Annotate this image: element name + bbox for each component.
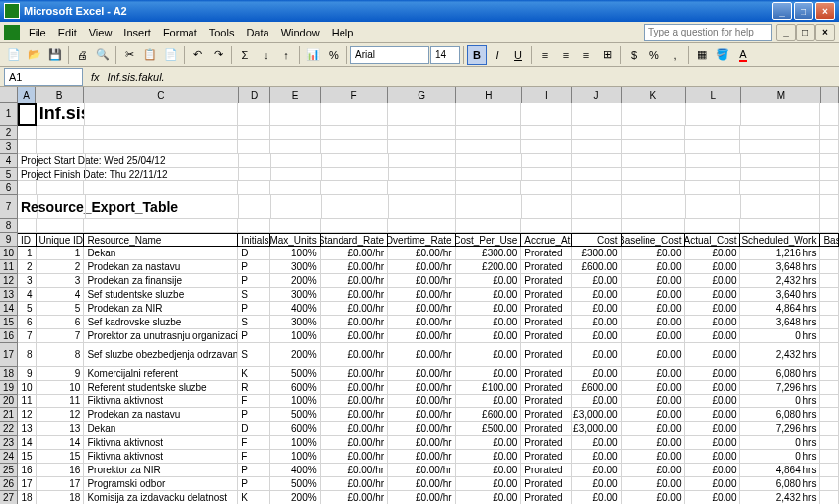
- td-max[interactable]: 400%: [270, 464, 321, 477]
- td-std[interactable]: £0.00/hr: [321, 316, 388, 329]
- cell[interactable]: [84, 181, 238, 195]
- td-id[interactable]: 16: [18, 464, 37, 477]
- cell[interactable]: [321, 181, 388, 195]
- cell[interactable]: [820, 126, 839, 140]
- td-base[interactable]: £0.00: [622, 274, 686, 288]
- td-ini[interactable]: P: [238, 464, 270, 477]
- cell[interactable]: [521, 103, 572, 126]
- align-center-icon[interactable]: ≡: [556, 45, 575, 65]
- td-cpu[interactable]: £300.00: [456, 247, 522, 260]
- td-cost[interactable]: £300.00: [572, 247, 622, 260]
- td-act[interactable]: £0.00: [685, 343, 740, 367]
- td-name[interactable]: Fiktivna aktivnost: [84, 450, 238, 464]
- td-act[interactable]: £0.00: [685, 381, 740, 395]
- td-ini[interactable]: D: [238, 422, 270, 436]
- row-header[interactable]: 3: [0, 140, 18, 154]
- cell[interactable]: [685, 219, 740, 233]
- menu-file[interactable]: File: [23, 25, 52, 40]
- cell[interactable]: [685, 181, 740, 195]
- cell[interactable]: [622, 181, 686, 195]
- td-uid[interactable]: 3: [37, 274, 85, 288]
- td-ot[interactable]: £0.00/hr: [388, 450, 455, 464]
- align-right-icon[interactable]: ≡: [576, 45, 596, 65]
- comma-icon[interactable]: ,: [665, 45, 685, 65]
- cell[interactable]: [86, 195, 239, 219]
- td-base[interactable]: £0.00: [622, 381, 686, 395]
- td-sched[interactable]: 0 hrs: [740, 395, 820, 408]
- td-max[interactable]: 300%: [270, 288, 321, 302]
- cell[interactable]: [820, 491, 839, 504]
- td-act[interactable]: £0.00: [685, 302, 740, 316]
- paste-icon[interactable]: 📄: [161, 45, 181, 65]
- td-cpu[interactable]: £0.00: [456, 477, 522, 491]
- td-cpu[interactable]: £0.00: [456, 450, 522, 464]
- td-act[interactable]: £0.00: [685, 395, 740, 408]
- start-date[interactable]: Project Start Date: Wed 25/04/12: [18, 154, 38, 168]
- menu-help[interactable]: Help: [326, 25, 360, 40]
- td-ot[interactable]: £0.00/hr: [388, 464, 455, 477]
- td-id[interactable]: 8: [18, 343, 37, 367]
- td-max[interactable]: 300%: [270, 260, 321, 274]
- td-id[interactable]: 2: [18, 260, 37, 274]
- maximize-button[interactable]: □: [794, 2, 813, 20]
- td-std[interactable]: £0.00/hr: [321, 491, 388, 504]
- col-header-M[interactable]: M: [741, 87, 821, 103]
- td-cost[interactable]: £0.00: [572, 491, 622, 504]
- td-act[interactable]: £0.00: [685, 288, 740, 302]
- td-sched[interactable]: 6,080 hrs: [740, 477, 820, 491]
- td-name[interactable]: Prorektor za unutrasnju organizaciju: [84, 329, 238, 343]
- cell[interactable]: [239, 168, 271, 181]
- td-name[interactable]: Prodekan za nastavu: [84, 408, 238, 422]
- td-act[interactable]: £0.00: [685, 477, 740, 491]
- cell[interactable]: [37, 219, 85, 233]
- cell[interactable]: [239, 195, 271, 219]
- td-max[interactable]: 100%: [270, 329, 321, 343]
- td-uid[interactable]: 16: [37, 464, 85, 477]
- row-header[interactable]: 22: [0, 422, 18, 436]
- td-max[interactable]: 500%: [270, 367, 321, 381]
- close-button[interactable]: ×: [815, 2, 835, 20]
- td-acc[interactable]: Prorated: [521, 274, 572, 288]
- td-sched[interactable]: 4,864 hrs: [740, 302, 820, 316]
- chart-icon[interactable]: 📊: [303, 45, 323, 65]
- cell[interactable]: [322, 168, 389, 181]
- sort-asc-icon[interactable]: ↓: [256, 45, 275, 65]
- th-act[interactable]: Actual_Cost: [685, 233, 740, 247]
- row-header[interactable]: 23: [0, 436, 18, 450]
- cell[interactable]: [270, 219, 321, 233]
- cell[interactable]: [238, 103, 270, 126]
- td-cpu[interactable]: £0.00: [456, 288, 522, 302]
- td-cpu[interactable]: £0.00: [456, 491, 522, 504]
- td-id[interactable]: 18: [18, 491, 37, 504]
- td-cpu[interactable]: £0.00: [456, 395, 522, 408]
- row-header[interactable]: 15: [0, 316, 18, 329]
- row-header[interactable]: 2: [0, 126, 18, 140]
- td-std[interactable]: £0.00/hr: [321, 477, 388, 491]
- td-sched[interactable]: 2,432 hrs: [740, 274, 820, 288]
- cell[interactable]: [820, 154, 839, 168]
- cell[interactable]: [456, 154, 522, 168]
- cell[interactable]: [86, 168, 239, 181]
- th-initials[interactable]: Initials: [238, 233, 270, 247]
- menu-format[interactable]: Format: [157, 25, 203, 40]
- td-std[interactable]: £0.00/hr: [321, 367, 388, 381]
- td-base[interactable]: £0.00: [622, 464, 686, 477]
- col-header-D[interactable]: D: [239, 87, 271, 103]
- td-sched[interactable]: 2,432 hrs: [740, 343, 820, 367]
- cell[interactable]: [622, 126, 686, 140]
- td-cpu[interactable]: £0.00: [456, 367, 522, 381]
- select-all-corner[interactable]: [0, 87, 18, 103]
- th-name[interactable]: Resource_Name: [84, 233, 238, 247]
- td-uid[interactable]: 18: [37, 491, 85, 504]
- td-ini[interactable]: P: [238, 302, 270, 316]
- td-base[interactable]: £0.00: [622, 477, 686, 491]
- td-uid[interactable]: 13: [37, 422, 85, 436]
- cell[interactable]: [820, 329, 839, 343]
- cut-icon[interactable]: ✂: [119, 45, 139, 65]
- td-ini[interactable]: P: [238, 260, 270, 274]
- td-acc[interactable]: Prorated: [521, 436, 572, 450]
- td-ot[interactable]: £0.00/hr: [388, 408, 455, 422]
- td-std[interactable]: £0.00/hr: [321, 329, 388, 343]
- cell[interactable]: [572, 195, 622, 219]
- td-max[interactable]: 100%: [270, 436, 321, 450]
